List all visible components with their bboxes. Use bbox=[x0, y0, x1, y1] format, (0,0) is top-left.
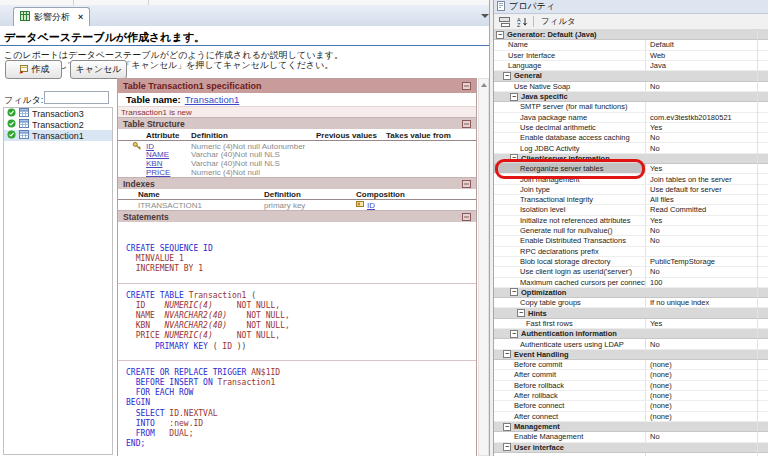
list-item[interactable]: Transaction1 bbox=[4, 130, 112, 141]
table-structure-header: Table Structure bbox=[118, 117, 476, 129]
table-structure-title: Table Structure bbox=[123, 119, 185, 129]
categorized-view-icon[interactable] bbox=[497, 15, 511, 28]
sql-statement-block: CREATE OR REPLACE TRIGGER AN$1ID BEFORE … bbox=[118, 360, 476, 456]
property-group-label: Optimization bbox=[521, 288, 566, 297]
attribute-link[interactable]: KBN bbox=[146, 159, 191, 168]
property-group-row[interactable]: −Optimization bbox=[494, 288, 768, 298]
filter-input[interactable] bbox=[44, 91, 109, 104]
collapse-icon[interactable]: − bbox=[510, 154, 518, 162]
property-row[interactable]: Join typeUse default for server bbox=[494, 185, 768, 195]
property-row[interactable]: Maximum cached cursors per connection100 bbox=[494, 278, 768, 288]
property-row[interactable]: Enable database access cachingNo bbox=[494, 133, 768, 143]
report-scrollbar[interactable] bbox=[478, 78, 489, 456]
property-row[interactable]: Use Native SoapNo bbox=[494, 82, 768, 92]
collapse-icon[interactable]: − bbox=[503, 350, 511, 358]
property-row[interactable]: After rollback(none) bbox=[494, 391, 768, 401]
attribute-link[interactable]: NAME bbox=[146, 150, 191, 159]
property-group-row[interactable]: −Generator: Default (Java) bbox=[494, 30, 768, 40]
attribute-link[interactable]: PRICE bbox=[146, 168, 191, 177]
property-group-row[interactable]: −User interface bbox=[494, 443, 768, 453]
property-row[interactable]: Log JDBC ActivityNo bbox=[494, 143, 768, 153]
property-row[interactable]: Use decimal arithmeticYes bbox=[494, 123, 768, 133]
create-button[interactable]: 作成 bbox=[5, 60, 62, 79]
property-name: Generate null for nullvalue() bbox=[494, 226, 646, 235]
list-item[interactable]: Transaction3 bbox=[4, 108, 112, 119]
collapse-icon[interactable]: − bbox=[503, 443, 511, 451]
property-row[interactable]: Isolation levelRead Committed bbox=[494, 205, 768, 215]
property-row[interactable]: LanguageJava bbox=[494, 61, 768, 71]
collapse-icon[interactable]: − bbox=[503, 423, 511, 431]
index-name: ITRANSACTION1 bbox=[138, 201, 264, 210]
property-row[interactable]: RPC declarations prefix bbox=[494, 247, 768, 257]
list-item[interactable]: Transaction2 bbox=[4, 119, 112, 130]
property-row[interactable]: Java package namecom.ev3testkb20180521 bbox=[494, 113, 768, 123]
alphabetical-sort-icon[interactable]: AZ bbox=[515, 15, 529, 28]
property-row[interactable]: Reorganize server tablesYes bbox=[494, 164, 768, 174]
status-note: Transaction1 is new bbox=[118, 106, 476, 117]
property-row[interactable]: Enable ManagementNo bbox=[494, 432, 768, 442]
index-definition: primary key bbox=[264, 201, 356, 210]
report-title: Table Transaction1 specification bbox=[123, 81, 261, 91]
property-value: Read Committed bbox=[646, 205, 768, 214]
property-row[interactable]: SMTP server (for mail functions) bbox=[494, 102, 768, 112]
property-row[interactable]: Enable Distributed TransactionsNo bbox=[494, 236, 768, 246]
property-group-row[interactable]: −General bbox=[494, 71, 768, 81]
property-name: Maximum cached cursors per connection bbox=[494, 278, 646, 287]
table-name-link[interactable]: Transaction1 bbox=[185, 94, 240, 105]
sql-line: FROM DUAL; bbox=[126, 429, 476, 439]
property-row[interactable]: Copy table groupsIf no unique index bbox=[494, 298, 768, 308]
property-row[interactable]: Before connect(none) bbox=[494, 401, 768, 411]
property-row[interactable]: Initialize not referenced attributesYes bbox=[494, 216, 768, 226]
definition-text: Varchar (40)Not null NLS bbox=[191, 150, 316, 159]
property-row[interactable]: Blob local storage directoryPublicTempSt… bbox=[494, 257, 768, 267]
composition-link[interactable]: ID bbox=[367, 201, 375, 210]
collapse-icon[interactable] bbox=[462, 82, 471, 90]
title-divider bbox=[0, 45, 489, 46]
sql-line: ID NUMERIC(4) NOT NULL, bbox=[126, 301, 476, 311]
table-icon bbox=[19, 130, 29, 141]
collapse-icon[interactable] bbox=[462, 180, 471, 188]
sql-statement-block: CREATE TABLE Transaction1 ( ID NUMERIC(4… bbox=[118, 283, 476, 360]
property-row[interactable]: After commit(none) bbox=[494, 370, 768, 380]
property-row[interactable]: NameDefault bbox=[494, 40, 768, 50]
property-row[interactable]: User InterfaceWeb bbox=[494, 51, 768, 61]
property-value: Yes bbox=[646, 319, 768, 328]
sql-line: MINVALUE 1 bbox=[126, 254, 476, 264]
property-value: Use default for server bbox=[646, 185, 768, 194]
collapse-icon[interactable]: − bbox=[503, 72, 511, 80]
property-row[interactable]: Before commit(none) bbox=[494, 360, 768, 370]
property-grid: −Generator: Default (Java)NameDefaultUse… bbox=[494, 30, 768, 456]
table-icon bbox=[19, 108, 29, 119]
property-row[interactable]: After connect(none) bbox=[494, 412, 768, 422]
sql-line: SELECT ID.NEXTVAL bbox=[126, 409, 476, 419]
property-group-row[interactable]: −Java specific bbox=[494, 92, 768, 102]
property-name: RPC declarations prefix bbox=[494, 247, 646, 256]
collapse-icon[interactable]: − bbox=[517, 309, 525, 317]
cancel-button[interactable]: キャンセル bbox=[70, 60, 127, 79]
scroll-up-icon[interactable] bbox=[481, 83, 487, 87]
property-group-row[interactable]: −Management bbox=[494, 422, 768, 432]
property-row[interactable]: Transactional integrityAll files bbox=[494, 195, 768, 205]
property-row[interactable]: Fast first rowsYes bbox=[494, 319, 768, 329]
property-group-row[interactable]: −Client/server information bbox=[494, 154, 768, 164]
property-name: Reorganize server tables bbox=[494, 164, 646, 173]
collapse-icon[interactable]: − bbox=[510, 288, 518, 296]
collapse-icon[interactable] bbox=[462, 120, 471, 128]
collapse-icon[interactable]: − bbox=[510, 93, 518, 101]
collapse-icon[interactable] bbox=[462, 213, 471, 221]
property-row[interactable]: Before rollback(none) bbox=[494, 381, 768, 391]
collapse-icon[interactable]: − bbox=[496, 31, 504, 39]
property-row[interactable]: Join managementJoin tables on the server bbox=[494, 174, 768, 184]
property-row[interactable]: Generate null for nullvalue()No bbox=[494, 226, 768, 236]
tab-list-dropdown-icon[interactable] bbox=[481, 14, 489, 18]
collapse-icon[interactable]: − bbox=[510, 330, 518, 338]
tab-impact-analysis[interactable]: 影響分析 × bbox=[13, 7, 90, 26]
tab-close-icon[interactable]: × bbox=[78, 12, 83, 22]
property-group-row[interactable]: −Authentication information bbox=[494, 329, 768, 339]
property-group-row[interactable]: −Hints bbox=[494, 308, 768, 318]
properties-filter-button[interactable]: フィルタ bbox=[538, 16, 579, 28]
property-row[interactable]: Authenticate users using LDAPNo bbox=[494, 339, 768, 349]
column-icon bbox=[356, 200, 364, 210]
property-group-row[interactable]: −Event Handling bbox=[494, 350, 768, 360]
property-row[interactable]: Use client login as userid('server')No bbox=[494, 267, 768, 277]
